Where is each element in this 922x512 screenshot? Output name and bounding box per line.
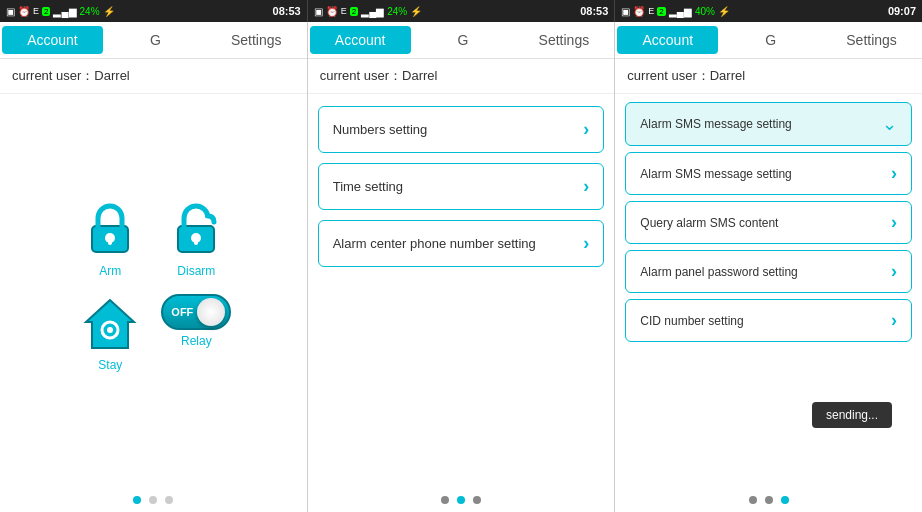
time-setting[interactable]: Time setting › — [318, 163, 605, 210]
arm-lock-icon — [80, 200, 140, 260]
current-user-1: current user：Darrel — [0, 59, 307, 94]
e-icon-2: E — [341, 6, 347, 16]
charging-icon-1: ⚡ — [103, 6, 115, 17]
alarm-panel-password[interactable]: Alarm panel password setting › — [625, 250, 912, 293]
dot-1-3 — [165, 496, 173, 504]
alarm-sms-2-chevron: › — [891, 163, 897, 184]
query-alarm-sms[interactable]: Query alarm SMS content › — [625, 201, 912, 244]
alarm-center-label: Alarm center phone number setting — [333, 236, 536, 251]
status-bar-2: ▣ ⏰ E 2 ▂▄▆ 24% ⚡ 08:53 — [308, 0, 616, 22]
tab-account-1[interactable]: Account — [2, 26, 103, 54]
dot-1-2 — [149, 496, 157, 504]
tab-g-1[interactable]: G — [105, 22, 206, 58]
time-2: 08:53 — [580, 5, 608, 17]
status-bar-3: ▣ ⏰ E 2 ▂▄▆ 40% ⚡ 09:07 — [615, 0, 922, 22]
tab-g-3[interactable]: G — [720, 22, 821, 58]
dots-bar-1 — [0, 488, 307, 512]
screen-icon: ▣ — [6, 6, 15, 17]
current-user-3: current user：Darrel — [615, 59, 922, 94]
panels-container: Account G Settings current user：Darrel A… — [0, 22, 922, 512]
time-3: 09:07 — [888, 5, 916, 17]
settings-list: Numbers setting › Time setting › Alarm c… — [308, 94, 615, 488]
status-bars: ▣ ⏰ E 2 ▂▄▆ 24% ⚡ 08:53 ▣ ⏰ E 2 ▂▄▆ 24% … — [0, 0, 922, 22]
status-right-2: 08:53 — [580, 5, 608, 17]
alarm-center-setting[interactable]: Alarm center phone number setting › — [318, 220, 605, 267]
cid-number-label: CID number setting — [640, 314, 743, 328]
icon-grid: Arm Disarm — [75, 200, 231, 372]
charging-icon-2: ⚡ — [410, 6, 422, 17]
dots-bar-3 — [615, 488, 922, 512]
dot-2-2 — [457, 496, 465, 504]
status-right-1: 08:53 — [273, 5, 301, 17]
panel-1-content: Arm Disarm — [0, 94, 307, 488]
signal-bars-2: ▂▄▆ — [361, 6, 384, 17]
cid-chevron: › — [891, 310, 897, 331]
alarm-panel-label: Alarm panel password setting — [640, 265, 797, 279]
svg-point-8 — [107, 327, 113, 333]
tab-bar-3: Account G Settings — [615, 22, 922, 59]
alarm-icon-3: ⏰ — [633, 6, 645, 17]
numbers-setting-label: Numbers setting — [333, 122, 428, 137]
relay-label: Relay — [181, 334, 212, 348]
relay-button[interactable]: OFF Relay — [161, 294, 231, 372]
status-left-2: ▣ ⏰ E 2 ▂▄▆ 24% ⚡ — [314, 6, 423, 17]
numbers-setting-chevron: › — [583, 119, 589, 140]
status-left-3: ▣ ⏰ E 2 ▂▄▆ 40% ⚡ — [621, 6, 730, 17]
time-1: 08:53 — [273, 5, 301, 17]
battery-3: 40% — [695, 6, 715, 17]
alarm-sms-1-label: Alarm SMS message setting — [640, 117, 791, 131]
sending-tooltip: sending... — [812, 402, 892, 428]
tab-bar-2: Account G Settings — [308, 22, 615, 59]
signal-badge-2: 2 — [350, 7, 358, 16]
svg-marker-6 — [86, 300, 134, 348]
arm-label: Arm — [99, 264, 121, 278]
dot-3-3 — [781, 496, 789, 504]
panel-3: Account G Settings current user：Darrel A… — [615, 22, 922, 512]
tab-account-2[interactable]: Account — [310, 26, 411, 54]
alarm-icon-2: ⏰ — [326, 6, 338, 17]
tab-settings-3[interactable]: Settings — [821, 22, 922, 58]
arm-button[interactable]: Arm — [75, 200, 145, 278]
tab-settings-1[interactable]: Settings — [206, 22, 307, 58]
numbers-setting[interactable]: Numbers setting › — [318, 106, 605, 153]
stay-button[interactable]: Stay — [75, 294, 145, 372]
alarm-sms-1[interactable]: Alarm SMS message setting ⌄ — [625, 102, 912, 146]
disarm-lock-icon — [166, 200, 226, 260]
dot-3-2 — [765, 496, 773, 504]
status-right-3: 09:07 — [888, 5, 916, 17]
tab-settings-2[interactable]: Settings — [513, 22, 614, 58]
signal-badge-1: 2 — [42, 7, 50, 16]
tab-account-3[interactable]: Account — [617, 26, 718, 54]
dot-2-1 — [441, 496, 449, 504]
status-left-1: ▣ ⏰ E 2 ▂▄▆ 24% ⚡ — [6, 6, 115, 17]
relay-toggle[interactable]: OFF — [161, 294, 231, 330]
disarm-button[interactable]: Disarm — [161, 200, 231, 278]
toggle-knob — [197, 298, 225, 326]
svg-rect-2 — [108, 238, 112, 245]
dot-1-1 — [133, 496, 141, 504]
charging-icon-3: ⚡ — [718, 6, 730, 17]
alarm-panel-chevron: › — [891, 261, 897, 282]
time-setting-chevron: › — [583, 176, 589, 197]
alarm-sms-2-label: Alarm SMS message setting — [640, 167, 791, 181]
alarm-sms-2[interactable]: Alarm SMS message setting › — [625, 152, 912, 195]
tab-g-2[interactable]: G — [413, 22, 514, 58]
tab-bar-1: Account G Settings — [0, 22, 307, 59]
alarm-sms-1-chevron: ⌄ — [882, 113, 897, 135]
disarm-label: Disarm — [177, 264, 215, 278]
signal-bars-1: ▂▄▆ — [53, 6, 76, 17]
alarm-center-chevron: › — [583, 233, 589, 254]
dot-3-1 — [749, 496, 757, 504]
status-bar-1: ▣ ⏰ E 2 ▂▄▆ 24% ⚡ 08:53 — [0, 0, 308, 22]
cid-number-setting[interactable]: CID number setting › — [625, 299, 912, 342]
signal-badge-3: 2 — [657, 7, 665, 16]
toggle-off-label: OFF — [171, 306, 193, 318]
battery-1: 24% — [80, 6, 100, 17]
stay-house-icon — [80, 294, 140, 354]
signal-bars-3: ▂▄▆ — [669, 6, 692, 17]
alarm-list: Alarm SMS message setting ⌄ Alarm SMS me… — [615, 94, 922, 488]
battery-2: 24% — [387, 6, 407, 17]
query-alarm-sms-label: Query alarm SMS content — [640, 216, 778, 230]
time-setting-label: Time setting — [333, 179, 403, 194]
panel-2: Account G Settings current user：Darrel N… — [308, 22, 616, 512]
